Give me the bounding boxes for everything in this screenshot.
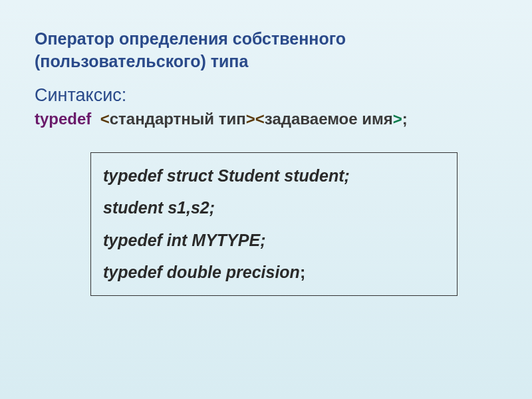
code-example-box: typedef struct Student student; student … xyxy=(90,152,458,296)
angle-open-2: < xyxy=(255,110,265,128)
code-line-4a: typedef double precision xyxy=(103,263,300,281)
code-line-3: typedef int MYTYPE; xyxy=(103,229,444,251)
angle-open-1: < xyxy=(100,110,110,128)
keyword-typedef: typedef xyxy=(35,110,91,128)
syntax-label: Синтаксис: xyxy=(35,85,497,106)
code-line-2: student s1,s2; xyxy=(103,197,444,219)
std-type-text: стандартный тип xyxy=(110,110,246,128)
syntax-semicolon: ; xyxy=(402,110,408,128)
angle-close-2: > xyxy=(393,110,402,128)
angle-close-1: > xyxy=(246,110,255,128)
given-name-text: задаваемое имя xyxy=(265,110,393,128)
syntax-definition: typedef <стандартный тип><задаваемое имя… xyxy=(35,110,497,128)
code-line-1: typedef struct Student student; xyxy=(103,165,444,187)
code-line-4b: ; xyxy=(300,263,305,281)
code-line-4: typedef double precision; xyxy=(103,261,444,283)
slide-content: Оператор определения собственного (польз… xyxy=(0,0,532,296)
slide-title: Оператор определения собственного (польз… xyxy=(35,28,497,73)
